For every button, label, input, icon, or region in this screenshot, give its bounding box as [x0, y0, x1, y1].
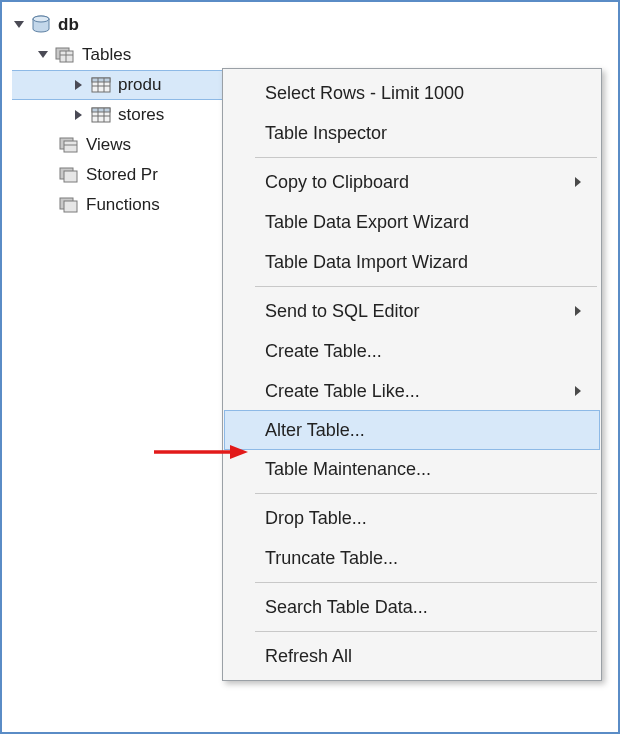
menu-item-drop-table[interactable]: Drop Table... [225, 498, 599, 538]
menu-item-label: Table Maintenance... [265, 459, 431, 480]
menu-item-label: Refresh All [265, 646, 352, 667]
views-folder-icon [58, 135, 80, 155]
menu-item-send-sql[interactable]: Send to SQL Editor [225, 291, 599, 331]
menu-item-label: Alter Table... [265, 420, 365, 441]
tree-node-label: produ [118, 75, 161, 95]
stored-procs-folder-icon [58, 165, 80, 185]
tree-node-label: Functions [86, 195, 160, 215]
table-icon [90, 105, 112, 125]
chevron-down-icon[interactable] [36, 48, 50, 62]
tree-node-tables[interactable]: Tables [12, 40, 392, 70]
svg-marker-8 [75, 80, 82, 90]
tree-node-label: Stored Pr [86, 165, 158, 185]
menu-item-label: Truncate Table... [265, 548, 398, 569]
menu-item-label: Search Table Data... [265, 597, 428, 618]
menu-item-search-table-data[interactable]: Search Table Data... [225, 587, 599, 627]
menu-item-label: Create Table... [265, 341, 382, 362]
menu-item-label: Select Rows - Limit 1000 [265, 83, 464, 104]
tree-node-label: db [58, 15, 79, 35]
menu-item-table-maintenance[interactable]: Table Maintenance... [225, 449, 599, 489]
tree-node-label: Tables [82, 45, 131, 65]
tree-node-db[interactable]: db [12, 10, 392, 40]
menu-item-create-table-like[interactable]: Create Table Like... [225, 371, 599, 411]
menu-item-alter-table[interactable]: Alter Table... [224, 410, 600, 450]
menu-item-label: Send to SQL Editor [265, 301, 419, 322]
menu-separator [255, 157, 597, 158]
app-frame: db Tables [0, 0, 620, 734]
table-icon [90, 75, 112, 95]
menu-separator [255, 631, 597, 632]
functions-folder-icon [58, 195, 80, 215]
menu-item-table-inspector[interactable]: Table Inspector [225, 113, 599, 153]
svg-rect-21 [64, 141, 77, 152]
menu-separator [255, 286, 597, 287]
svg-rect-10 [92, 78, 110, 82]
chevron-right-icon [575, 306, 581, 316]
menu-separator [255, 493, 597, 494]
menu-item-select-rows[interactable]: Select Rows - Limit 1000 [225, 73, 599, 113]
menu-item-truncate-table[interactable]: Truncate Table... [225, 538, 599, 578]
svg-rect-16 [92, 108, 110, 112]
svg-marker-3 [38, 51, 48, 58]
menu-item-label: Drop Table... [265, 508, 367, 529]
menu-item-import-wizard[interactable]: Table Data Import Wizard [225, 242, 599, 282]
menu-item-label: Table Data Export Wizard [265, 212, 469, 233]
chevron-right-icon[interactable] [72, 78, 86, 92]
menu-item-copy-clipboard[interactable]: Copy to Clipboard [225, 162, 599, 202]
menu-separator [255, 582, 597, 583]
context-menu: Select Rows - Limit 1000 Table Inspector… [222, 68, 602, 681]
chevron-right-icon [575, 386, 581, 396]
chevron-down-icon[interactable] [12, 18, 26, 32]
chevron-right-icon[interactable] [72, 108, 86, 122]
svg-rect-26 [64, 201, 77, 212]
chevron-right-icon [575, 177, 581, 187]
svg-marker-14 [75, 110, 82, 120]
menu-item-label: Table Inspector [265, 123, 387, 144]
menu-item-refresh-all[interactable]: Refresh All [225, 636, 599, 676]
svg-marker-0 [14, 21, 24, 28]
menu-item-create-table[interactable]: Create Table... [225, 331, 599, 371]
tree-node-label: stores [118, 105, 164, 125]
svg-point-2 [33, 16, 49, 22]
tables-folder-icon [54, 45, 76, 65]
database-icon [30, 15, 52, 35]
menu-item-label: Copy to Clipboard [265, 172, 409, 193]
menu-item-label: Create Table Like... [265, 381, 420, 402]
menu-item-label: Table Data Import Wizard [265, 252, 468, 273]
tree-node-label: Views [86, 135, 131, 155]
menu-item-export-wizard[interactable]: Table Data Export Wizard [225, 202, 599, 242]
svg-rect-24 [64, 171, 77, 182]
